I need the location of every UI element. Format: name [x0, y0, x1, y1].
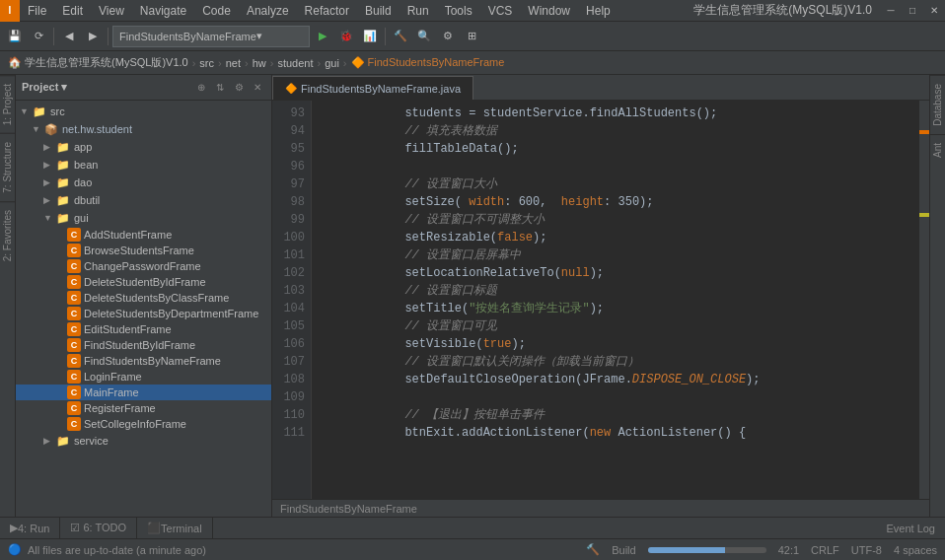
menu-run[interactable]: Run	[400, 2, 437, 20]
tree-item-DeleteStudentsByDepartmentFrame[interactable]: C DeleteStudentsByDepartmentFrame	[16, 306, 271, 321]
breadcrumb-gui[interactable]: gui	[325, 57, 339, 69]
panel-close-button[interactable]: ✕	[250, 80, 265, 96]
menu-refactor[interactable]: Refactor	[297, 2, 357, 20]
menu-vcs[interactable]: VCS	[480, 2, 521, 20]
menu-items: File Edit View Navigate Code Analyze Ref…	[20, 2, 618, 20]
toolbar-save-button[interactable]: 💾	[4, 26, 26, 47]
minimize-button[interactable]: ─	[880, 0, 902, 22]
tree-item-bean[interactable]: ▶ 📁 bean	[16, 156, 271, 174]
code-line-102: setLocationRelativeTo(null);	[320, 264, 911, 282]
menu-tools[interactable]: Tools	[437, 2, 480, 20]
menu-edit[interactable]: Edit	[54, 2, 91, 20]
toolbar-build-button[interactable]: 🔨	[390, 26, 411, 47]
side-tab-favorites[interactable]: 2: Favorites	[0, 201, 15, 269]
encoding[interactable]: UTF-8	[851, 544, 882, 556]
code-line-109	[320, 388, 911, 406]
breadcrumb-project[interactable]: 🏠 学生信息管理系统(MySQL版)V1.0	[8, 55, 188, 70]
toolbar-sync-button[interactable]: ⟳	[28, 26, 49, 47]
folder-icon-gui: 📁	[55, 210, 71, 226]
tree-item-RegisterFrame[interactable]: C RegisterFrame	[16, 400, 271, 416]
menu-window[interactable]: Window	[520, 2, 578, 20]
side-tab-project[interactable]: 1: Project	[0, 75, 15, 133]
code-line-104: setTitle("按姓名查询学生记录");	[320, 300, 911, 317]
tree-item-DeleteStudentByIdFrame[interactable]: C DeleteStudentByIdFrame	[16, 274, 271, 290]
folder-icon-dao: 📁	[55, 175, 71, 190]
tree-item-dbutil[interactable]: ▶ 📁 dbutil	[16, 191, 271, 209]
breadcrumb-hw[interactable]: hw	[253, 57, 266, 69]
menu-analyze[interactable]: Analyze	[239, 2, 297, 20]
breadcrumb-net[interactable]: net	[226, 57, 241, 69]
side-tab-structure[interactable]: 7: Structure	[0, 133, 15, 201]
tree-item-DeleteStudentsByClassFrame[interactable]: C DeleteStudentsByClassFrame	[16, 290, 271, 306]
tree-item-EditStudentFrame[interactable]: C EditStudentFrame	[16, 321, 271, 337]
tree-arrow-dbutil: ▶	[43, 195, 55, 205]
code-line-103: // 设置窗口标题	[320, 282, 911, 300]
panel-locate-button[interactable]: ⊕	[193, 80, 209, 96]
menu-help[interactable]: Help	[578, 2, 618, 20]
toolbar-run-button[interactable]: ▶	[312, 26, 333, 47]
toolbar-forward-button[interactable]: ▶	[82, 26, 104, 47]
bottom-tab-terminal[interactable]: ⬛ Terminal	[137, 518, 213, 539]
maximize-button[interactable]: □	[902, 0, 923, 22]
tree-item-LoginFrame[interactable]: C LoginFrame	[16, 369, 271, 385]
tree-item-BrowseStudentsFrame[interactable]: C BrowseStudentsFrame	[16, 243, 271, 258]
tree-item-SetCollegeInfoFrame[interactable]: C SetCollegeInfoFrame	[16, 416, 271, 432]
menu-file[interactable]: File	[20, 2, 54, 20]
editor-tab-FindStudentsByNameFrame[interactable]: 🔶 FindStudentsByNameFrame.java	[272, 76, 473, 100]
side-tab-database[interactable]: Database	[930, 75, 945, 134]
tree-item-service[interactable]: ▶ 📁 service	[16, 432, 271, 450]
code-line-94: // 填充表格数据	[320, 122, 911, 140]
tree-label-MainFrame: MainFrame	[84, 386, 139, 398]
tree-arrow-dao: ▶	[43, 177, 55, 187]
project-panel: Project ▾ ⊕ ⇅ ⚙ ✕ ▼ 📁 src ▼ 📦 net.hw.stu	[16, 75, 272, 517]
breadcrumb-current: 🔶 FindStudentsByNameFrame	[351, 56, 505, 69]
status-icon: 🔵	[8, 543, 22, 556]
toolbar-search-button[interactable]: 🔍	[413, 26, 435, 47]
tree-item-dao[interactable]: ▶ 📁 dao	[16, 174, 271, 191]
code-editor: 93 94 95 96 97 98 99 100 101 102 103 104…	[272, 101, 929, 499]
breadcrumb-student[interactable]: student	[277, 57, 313, 69]
tree-item-src[interactable]: ▼ 📁 src	[16, 103, 271, 120]
tree-item-app[interactable]: ▶ 📁 app	[16, 138, 271, 156]
panel-settings-button[interactable]: ⚙	[231, 80, 247, 96]
panel-actions: ⊕ ⇅ ⚙ ✕	[193, 80, 265, 96]
panel-expand-button[interactable]: ⇅	[212, 80, 228, 96]
menu-view[interactable]: View	[91, 2, 132, 20]
tree-item-package[interactable]: ▼ 📦 net.hw.student	[16, 120, 271, 138]
toolbar-terminal-button[interactable]: ⊞	[461, 26, 482, 47]
bottom-tab-todo[interactable]: ☑ 6: TODO	[60, 518, 137, 539]
toolbar-profile-button[interactable]: 📊	[359, 26, 381, 47]
close-button[interactable]: ✕	[923, 0, 945, 22]
build-progress-bar	[648, 547, 766, 553]
code-line-97: // 设置窗口大小	[320, 175, 911, 193]
class-icon-AddStudentFrame: C	[67, 228, 81, 242]
dropdown-arrow: ▾	[256, 30, 303, 42]
tree-item-MainFrame[interactable]: C MainFrame	[16, 385, 271, 400]
bottom-tab-run[interactable]: ▶ 4: Run	[0, 518, 60, 539]
code-line-110: // 【退出】按钮单击事件	[320, 406, 911, 424]
run-config-dropdown[interactable]: FindStudentsByNameFrame ▾	[112, 26, 310, 47]
menu-navigate[interactable]: Navigate	[132, 2, 194, 20]
code-content[interactable]: students = studentService.findAllStudent…	[312, 101, 919, 499]
event-log-button[interactable]: Event Log	[876, 523, 945, 534]
side-tab-ant[interactable]: Ant	[930, 134, 945, 166]
menu-code[interactable]: Code	[194, 2, 239, 20]
tree-item-gui[interactable]: ▼ 📁 gui	[16, 209, 271, 227]
class-icon-EditStudentFrame: C	[67, 322, 81, 336]
cursor-position[interactable]: 42:1	[778, 544, 799, 556]
toolbar-settings-button[interactable]: ⚙	[437, 26, 459, 47]
breadcrumb-src[interactable]: src	[199, 57, 214, 69]
code-line-108: setDefaultCloseOperation(JFrame.DISPOSE_…	[320, 371, 911, 388]
tree-label-DeleteStudentsByClassFrame: DeleteStudentsByClassFrame	[84, 292, 229, 304]
menu-build[interactable]: Build	[357, 2, 400, 20]
tree-item-FindStudentsByNameFrame[interactable]: C FindStudentsByNameFrame	[16, 353, 271, 369]
indent-info[interactable]: 4 spaces	[894, 544, 937, 556]
tree-item-FindStudentByIdFrame[interactable]: C FindStudentByIdFrame	[16, 337, 271, 353]
tree-item-ChangePasswordFrame[interactable]: C ChangePasswordFrame	[16, 258, 271, 274]
tree-item-AddStudentFrame[interactable]: C AddStudentFrame	[16, 227, 271, 243]
status-left: 🔵 All files are up-to-date (a minute ago…	[8, 543, 586, 556]
toolbar-back-button[interactable]: ◀	[58, 26, 80, 47]
toolbar-debug-button[interactable]: 🐞	[335, 26, 357, 47]
tree-arrow-bean: ▶	[43, 160, 55, 170]
line-ending[interactable]: CRLF	[811, 544, 839, 556]
